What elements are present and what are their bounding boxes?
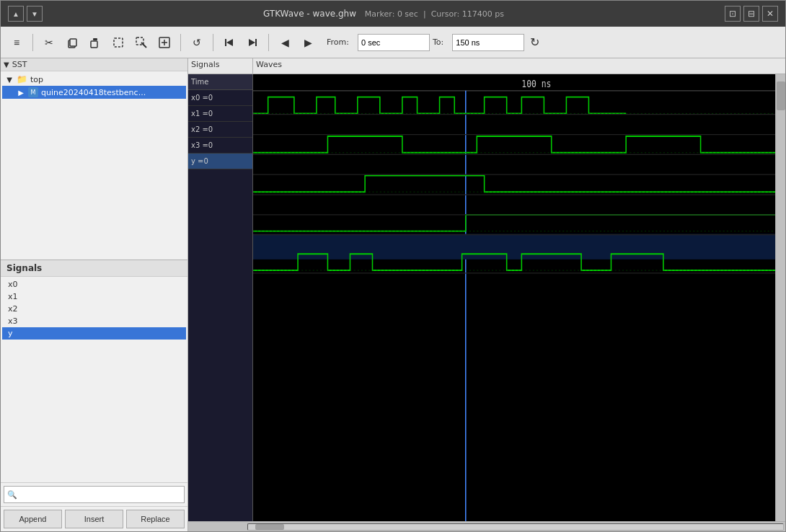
right-panel: Signals Waves Time x0 =0 x1 =0 <box>188 58 785 531</box>
titlebar-title: GTKWave - wave.ghw Marker: 0 sec | Curso… <box>43 9 725 19</box>
to-input[interactable]: 150 ns <box>452 34 524 51</box>
sst-section: ▼ SST ▼ 📁 top ▶ M quine20240418testbenc.… <box>1 58 187 260</box>
module-icon: M <box>28 87 38 97</box>
close-btn[interactable]: ✕ <box>762 6 778 22</box>
titlebar-left-controls: ▲ ▼ <box>8 6 43 22</box>
waveform-area[interactable]: 100 ns <box>253 74 775 521</box>
append-btn[interactable]: Append <box>4 510 62 528</box>
expand-icon-module: ▶ <box>17 88 25 97</box>
signals-header: Signals <box>1 260 187 277</box>
left-panel: ▼ SST ▼ 📁 top ▶ M quine20240418testbenc.… <box>1 58 188 531</box>
sep4 <box>268 34 269 51</box>
signal-row-time: Time <box>188 74 252 90</box>
signal-item-x1[interactable]: x1 <box>2 291 186 303</box>
from-to-group: From: 0 sec To: 150 ns <box>327 34 524 51</box>
svg-rect-14 <box>253 74 775 521</box>
signal-label-x0: x0 <box>8 280 18 289</box>
signal-label-x3: x3 <box>8 316 18 326</box>
copy-btn[interactable] <box>62 32 82 53</box>
vscroll-thumb[interactable] <box>777 81 785 110</box>
cut-btn[interactable]: ✂ <box>39 32 59 53</box>
title-text: GTKWave - wave.ghw <box>263 9 356 19</box>
menu-btn[interactable]: ≡ <box>6 32 27 53</box>
signal-label-x1: x1 <box>8 292 18 301</box>
sep1 <box>32 34 33 51</box>
replace-btn[interactable]: Replace <box>126 510 185 528</box>
signal-label-y: y <box>8 329 13 338</box>
sw-content: Time x0 =0 x1 =0 x2 =0 x3 =0 y <box>188 74 785 521</box>
next-btn[interactable]: ▶ <box>298 32 318 53</box>
svg-text:100 ns: 100 ns <box>521 78 551 89</box>
select-all-btn[interactable] <box>108 32 128 53</box>
waveform-svg: 100 ns <box>253 74 775 521</box>
row-label-x1: x1 =0 <box>191 110 213 118</box>
maximize-btn[interactable]: ⊟ <box>743 6 759 22</box>
signal-item-x0[interactable]: x0 <box>2 278 186 291</box>
sep3 <box>213 34 213 51</box>
scrollbar-thumb[interactable] <box>255 524 284 530</box>
main-window: ▲ ▼ GTKWave - wave.ghw Marker: 0 sec | C… <box>0 0 786 532</box>
horizontal-scrollbar[interactable] <box>188 521 785 531</box>
sw-header-signals-label: Signals <box>188 58 253 74</box>
expand-icon-top: ▼ <box>5 75 14 84</box>
from-input[interactable]: 0 sec <box>358 34 430 51</box>
vertical-scrollbar[interactable] <box>775 74 785 521</box>
signal-row-x0: x0 =0 <box>188 90 252 106</box>
signal-row-x2: x2 =0 <box>188 122 252 138</box>
search-wrapper: 🔍 <box>4 486 185 503</box>
paste-btn[interactable] <box>85 32 105 53</box>
signal-item-y[interactable]: y <box>2 327 186 340</box>
toolbar: ≡ ✂ ↺ ◀ ▶ From: 0 sec <box>1 27 785 58</box>
last-btn[interactable] <box>242 32 262 53</box>
sst-item-label-module: quine20240418testbenc... <box>41 88 146 97</box>
titlebar-controls: ⊡ ⊟ ✕ <box>725 6 778 22</box>
svg-rect-3 <box>93 38 97 40</box>
row-label-y: y =0 <box>191 157 208 165</box>
signal-rows: Time x0 =0 x1 =0 x2 =0 x3 =0 y <box>188 74 253 521</box>
zoom-fit-btn[interactable] <box>154 32 175 53</box>
refresh-btn[interactable]: ↻ <box>530 35 539 49</box>
svg-marker-11 <box>226 39 233 46</box>
from-label: From: <box>327 37 349 47</box>
minimize-btn[interactable]: ⊡ <box>725 6 741 22</box>
sw-header-waves-label: Waves <box>253 58 785 74</box>
signal-item-x3[interactable]: x3 <box>2 315 186 327</box>
search-bar: 🔍 <box>1 482 187 506</box>
folder-icon-top: 📁 <box>17 74 27 84</box>
undo-btn[interactable]: ↺ <box>187 32 207 53</box>
separator: | <box>423 9 426 19</box>
titlebar-up-btn[interactable]: ▲ <box>8 6 24 22</box>
scrollbar-track[interactable] <box>247 523 784 531</box>
sst-label: SST <box>12 60 27 69</box>
titlebar: ▲ ▼ GTKWave - wave.ghw Marker: 0 sec | C… <box>1 1 785 27</box>
search-input[interactable] <box>4 486 185 503</box>
row-label-x3: x3 =0 <box>191 141 213 149</box>
signal-row-x1: x1 =0 <box>188 106 252 122</box>
sst-tree[interactable]: ▼ 📁 top ▶ M quine20240418testbenc... <box>1 71 187 260</box>
search-icon: 🔍 <box>7 490 17 500</box>
signal-row-x3: x3 =0 <box>188 138 252 154</box>
cursor-text: Cursor: 117400 ps <box>431 9 504 19</box>
first-btn[interactable] <box>219 32 239 53</box>
row-label-x0: x0 =0 <box>191 94 213 102</box>
insert-btn[interactable]: Insert <box>65 510 123 528</box>
to-label: To: <box>433 37 443 47</box>
titlebar-down-btn[interactable]: ▼ <box>27 6 43 22</box>
prev-btn[interactable]: ◀ <box>275 32 295 53</box>
sst-item-label-top: top <box>30 75 43 84</box>
signal-item-x2[interactable]: x2 <box>2 303 186 315</box>
signals-list[interactable]: x0 x1 x2 x3 y <box>1 277 187 482</box>
main-content: ▼ SST ▼ 📁 top ▶ M quine20240418testbenc.… <box>1 58 785 531</box>
svg-rect-22 <box>253 234 775 259</box>
marker-text: Marker: 0 sec <box>365 9 418 19</box>
time-header-label: Time <box>191 78 208 86</box>
sst-header: ▼ SST <box>1 58 187 71</box>
sep2 <box>180 34 181 51</box>
titlebar-subtitle: Marker: 0 sec | Cursor: 117400 ps <box>365 9 504 19</box>
svg-rect-4 <box>114 38 123 47</box>
sst-tree-item-top[interactable]: ▼ 📁 top <box>2 73 186 86</box>
bottom-buttons: Append Insert Replace <box>1 506 187 531</box>
select-rect-btn[interactable] <box>131 32 151 53</box>
row-label-x2: x2 =0 <box>191 125 213 133</box>
sst-tree-item-module[interactable]: ▶ M quine20240418testbenc... <box>2 86 186 99</box>
